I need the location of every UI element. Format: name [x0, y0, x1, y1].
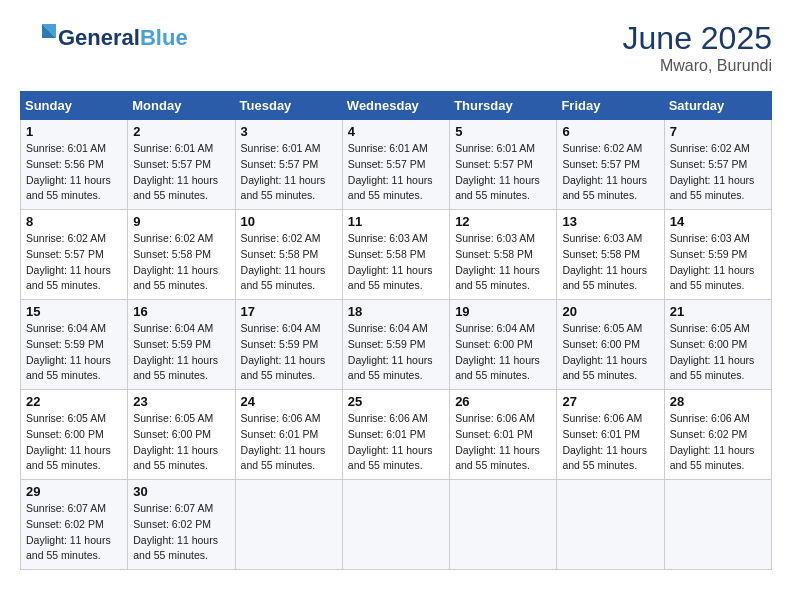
header-tuesday: Tuesday [235, 92, 342, 120]
day-number: 20 [562, 304, 658, 319]
calendar-cell: 30Sunrise: 6:07 AMSunset: 6:02 PMDayligh… [128, 480, 235, 570]
day-number: 23 [133, 394, 229, 409]
day-info: Sunrise: 6:05 AMSunset: 6:00 PMDaylight:… [26, 412, 111, 471]
day-info: Sunrise: 6:02 AMSunset: 5:58 PMDaylight:… [133, 232, 218, 291]
day-info: Sunrise: 6:05 AMSunset: 6:00 PMDaylight:… [562, 322, 647, 381]
logo: GeneralBlue [20, 20, 188, 56]
calendar-cell: 21Sunrise: 6:05 AMSunset: 6:00 PMDayligh… [664, 300, 771, 390]
day-number: 27 [562, 394, 658, 409]
day-number: 17 [241, 304, 337, 319]
title-block: June 2025 Mwaro, Burundi [623, 20, 772, 75]
day-number: 21 [670, 304, 766, 319]
calendar-cell [664, 480, 771, 570]
header-monday: Monday [128, 92, 235, 120]
day-info: Sunrise: 6:01 AMSunset: 5:57 PMDaylight:… [348, 142, 433, 201]
day-number: 28 [670, 394, 766, 409]
day-number: 1 [26, 124, 122, 139]
page-header: GeneralBlue June 2025 Mwaro, Burundi [20, 20, 772, 75]
day-info: Sunrise: 6:02 AMSunset: 5:58 PMDaylight:… [241, 232, 326, 291]
day-info: Sunrise: 6:07 AMSunset: 6:02 PMDaylight:… [26, 502, 111, 561]
calendar-cell: 8Sunrise: 6:02 AMSunset: 5:57 PMDaylight… [21, 210, 128, 300]
location: Mwaro, Burundi [623, 57, 772, 75]
calendar-cell: 5Sunrise: 6:01 AMSunset: 5:57 PMDaylight… [450, 120, 557, 210]
day-number: 25 [348, 394, 444, 409]
day-number: 26 [455, 394, 551, 409]
day-info: Sunrise: 6:04 AMSunset: 5:59 PMDaylight:… [348, 322, 433, 381]
calendar-cell: 18Sunrise: 6:04 AMSunset: 5:59 PMDayligh… [342, 300, 449, 390]
calendar-cell: 25Sunrise: 6:06 AMSunset: 6:01 PMDayligh… [342, 390, 449, 480]
day-info: Sunrise: 6:07 AMSunset: 6:02 PMDaylight:… [133, 502, 218, 561]
calendar-week-5: 29Sunrise: 6:07 AMSunset: 6:02 PMDayligh… [21, 480, 772, 570]
day-number: 22 [26, 394, 122, 409]
logo-text-general: General [58, 25, 140, 50]
calendar-table: SundayMondayTuesdayWednesdayThursdayFrid… [20, 91, 772, 570]
header-thursday: Thursday [450, 92, 557, 120]
calendar-cell: 23Sunrise: 6:05 AMSunset: 6:00 PMDayligh… [128, 390, 235, 480]
day-number: 12 [455, 214, 551, 229]
day-info: Sunrise: 6:03 AMSunset: 5:58 PMDaylight:… [348, 232, 433, 291]
header-wednesday: Wednesday [342, 92, 449, 120]
day-number: 9 [133, 214, 229, 229]
day-number: 14 [670, 214, 766, 229]
day-info: Sunrise: 6:03 AMSunset: 5:58 PMDaylight:… [562, 232, 647, 291]
day-info: Sunrise: 6:06 AMSunset: 6:01 PMDaylight:… [562, 412, 647, 471]
day-info: Sunrise: 6:01 AMSunset: 5:57 PMDaylight:… [133, 142, 218, 201]
day-number: 4 [348, 124, 444, 139]
header-saturday: Saturday [664, 92, 771, 120]
day-info: Sunrise: 6:06 AMSunset: 6:01 PMDaylight:… [241, 412, 326, 471]
day-info: Sunrise: 6:02 AMSunset: 5:57 PMDaylight:… [26, 232, 111, 291]
day-info: Sunrise: 6:06 AMSunset: 6:01 PMDaylight:… [455, 412, 540, 471]
calendar-cell [342, 480, 449, 570]
day-info: Sunrise: 6:05 AMSunset: 6:00 PMDaylight:… [670, 322, 755, 381]
calendar-cell: 6Sunrise: 6:02 AMSunset: 5:57 PMDaylight… [557, 120, 664, 210]
calendar-cell: 27Sunrise: 6:06 AMSunset: 6:01 PMDayligh… [557, 390, 664, 480]
day-number: 3 [241, 124, 337, 139]
day-number: 29 [26, 484, 122, 499]
calendar-cell: 2Sunrise: 6:01 AMSunset: 5:57 PMDaylight… [128, 120, 235, 210]
day-number: 30 [133, 484, 229, 499]
calendar-cell: 13Sunrise: 6:03 AMSunset: 5:58 PMDayligh… [557, 210, 664, 300]
calendar-cell: 15Sunrise: 6:04 AMSunset: 5:59 PMDayligh… [21, 300, 128, 390]
calendar-cell: 14Sunrise: 6:03 AMSunset: 5:59 PMDayligh… [664, 210, 771, 300]
day-number: 18 [348, 304, 444, 319]
day-number: 15 [26, 304, 122, 319]
day-info: Sunrise: 6:04 AMSunset: 5:59 PMDaylight:… [26, 322, 111, 381]
calendar-cell: 19Sunrise: 6:04 AMSunset: 6:00 PMDayligh… [450, 300, 557, 390]
calendar-week-2: 8Sunrise: 6:02 AMSunset: 5:57 PMDaylight… [21, 210, 772, 300]
day-number: 19 [455, 304, 551, 319]
calendar-cell: 11Sunrise: 6:03 AMSunset: 5:58 PMDayligh… [342, 210, 449, 300]
calendar-cell: 10Sunrise: 6:02 AMSunset: 5:58 PMDayligh… [235, 210, 342, 300]
header-sunday: Sunday [21, 92, 128, 120]
day-info: Sunrise: 6:01 AMSunset: 5:57 PMDaylight:… [455, 142, 540, 201]
day-info: Sunrise: 6:04 AMSunset: 5:59 PMDaylight:… [241, 322, 326, 381]
calendar-cell: 1Sunrise: 6:01 AMSunset: 5:56 PMDaylight… [21, 120, 128, 210]
calendar-cell [450, 480, 557, 570]
day-info: Sunrise: 6:06 AMSunset: 6:01 PMDaylight:… [348, 412, 433, 471]
day-number: 6 [562, 124, 658, 139]
logo-icon [20, 20, 56, 56]
day-number: 2 [133, 124, 229, 139]
month-title: June 2025 [623, 20, 772, 57]
calendar-cell: 17Sunrise: 6:04 AMSunset: 5:59 PMDayligh… [235, 300, 342, 390]
day-info: Sunrise: 6:04 AMSunset: 6:00 PMDaylight:… [455, 322, 540, 381]
day-info: Sunrise: 6:02 AMSunset: 5:57 PMDaylight:… [670, 142, 755, 201]
day-number: 5 [455, 124, 551, 139]
day-number: 10 [241, 214, 337, 229]
day-number: 16 [133, 304, 229, 319]
calendar-cell: 3Sunrise: 6:01 AMSunset: 5:57 PMDaylight… [235, 120, 342, 210]
day-info: Sunrise: 6:01 AMSunset: 5:57 PMDaylight:… [241, 142, 326, 201]
day-number: 8 [26, 214, 122, 229]
day-number: 7 [670, 124, 766, 139]
calendar-cell: 12Sunrise: 6:03 AMSunset: 5:58 PMDayligh… [450, 210, 557, 300]
day-info: Sunrise: 6:02 AMSunset: 5:57 PMDaylight:… [562, 142, 647, 201]
calendar-week-4: 22Sunrise: 6:05 AMSunset: 6:00 PMDayligh… [21, 390, 772, 480]
calendar-cell: 24Sunrise: 6:06 AMSunset: 6:01 PMDayligh… [235, 390, 342, 480]
logo-text-blue: Blue [140, 25, 188, 50]
calendar-header-row: SundayMondayTuesdayWednesdayThursdayFrid… [21, 92, 772, 120]
calendar-cell [557, 480, 664, 570]
calendar-cell [235, 480, 342, 570]
day-info: Sunrise: 6:03 AMSunset: 5:58 PMDaylight:… [455, 232, 540, 291]
header-friday: Friday [557, 92, 664, 120]
calendar-cell: 28Sunrise: 6:06 AMSunset: 6:02 PMDayligh… [664, 390, 771, 480]
calendar-week-1: 1Sunrise: 6:01 AMSunset: 5:56 PMDaylight… [21, 120, 772, 210]
